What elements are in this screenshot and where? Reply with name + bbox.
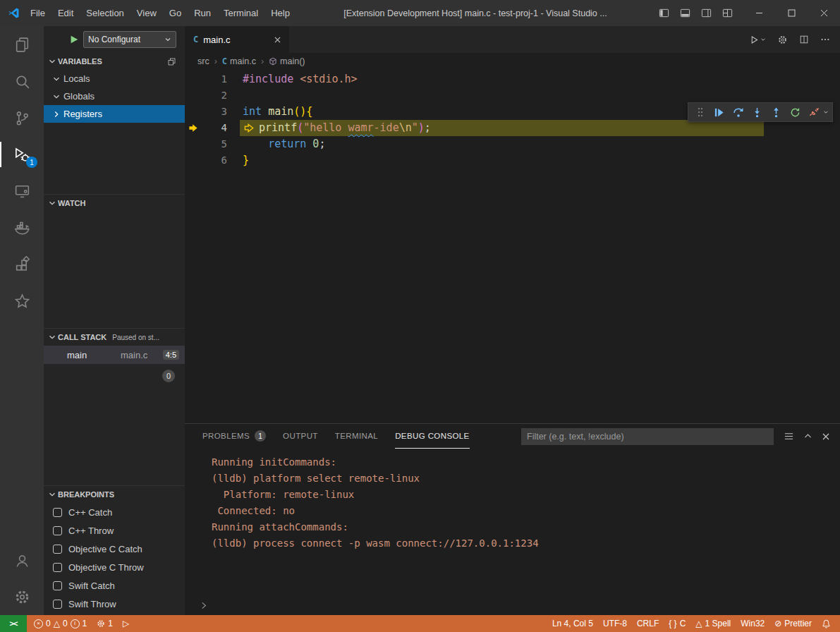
code-editor[interactable]: 1#include <stdio.h>23int main(){4printf(… — [185, 70, 840, 423]
split-editor-icon[interactable] — [799, 35, 809, 44]
call-stack-section-header[interactable]: CALL STACK Paused on st... — [44, 329, 185, 346]
current-line-gutter-arrow-icon[interactable] — [185, 123, 202, 133]
breakpoint-item-swift-throw[interactable]: Swift Throw — [44, 595, 185, 613]
debug-config-dropdown[interactable]: No Configurat — [83, 31, 176, 48]
copy-value-icon[interactable] — [167, 57, 176, 66]
status-spell-checker[interactable]: △1 Spell — [690, 615, 736, 632]
chevron-down-icon — [47, 56, 58, 66]
status-eol[interactable]: CRLF — [632, 615, 664, 632]
restart-icon[interactable] — [786, 103, 805, 121]
activity-run-and-debug-icon[interactable]: 1 — [0, 136, 44, 173]
menu-edit[interactable]: Edit — [51, 0, 80, 26]
code-line-6[interactable]: 6} — [185, 152, 840, 169]
status-platform[interactable]: Win32 — [736, 615, 769, 632]
paused-status: Paused on st... — [112, 334, 159, 341]
status-prettier[interactable]: ⊘Prettier — [769, 615, 817, 632]
gear-icon[interactable] — [777, 35, 788, 45]
status-problems[interactable]: ×0△0i1 — [29, 615, 92, 632]
remote-indicator[interactable]: >< — [0, 615, 27, 632]
status-cursor-position[interactable]: Ln 4, Col 5 — [547, 615, 598, 632]
variables-item-registers[interactable]: Registers — [44, 105, 185, 123]
status-notifications[interactable] — [817, 615, 836, 632]
window-controls — [743, 0, 840, 26]
toggle-sidebar-icon[interactable] — [659, 8, 669, 18]
code-line-5[interactable]: 5 return 0; — [185, 136, 840, 152]
watch-section-header[interactable]: WATCH — [44, 195, 185, 212]
activity-remote-explorer-icon[interactable] — [0, 173, 44, 209]
continue-icon[interactable] — [710, 103, 729, 121]
status-language-mode[interactable]: { }C — [664, 615, 690, 632]
panel-tab-terminal[interactable]: TERMINAL — [335, 424, 378, 449]
maximize-button[interactable] — [775, 0, 808, 26]
breakpoint-item-c-catch[interactable]: C++ Catch — [44, 503, 185, 521]
tab-main-c[interactable]: C main.c — [185, 26, 289, 53]
close-button[interactable] — [808, 0, 840, 26]
status-tasks[interactable]: 1 — [92, 615, 118, 632]
activity-docker-icon[interactable] — [0, 209, 44, 246]
activity-search-icon[interactable] — [0, 63, 44, 99]
breakpoints-section-header[interactable]: BREAKPOINTS — [44, 486, 185, 503]
debug-console-output[interactable]: Running initCommands:(lldb) platform sel… — [185, 449, 840, 596]
breadcrumb-main-c[interactable]: Cmain.c — [222, 56, 256, 66]
activity-source-control-icon[interactable] — [0, 99, 44, 136]
customize-layout-icon[interactable] — [722, 8, 733, 18]
breakpoint-item-objective-c-catch[interactable]: Objective C Catch — [44, 540, 185, 558]
panel-tab-problems[interactable]: PROBLEMS1 — [202, 424, 266, 449]
breakpoint-checkbox[interactable] — [53, 508, 62, 517]
code-token: return — [268, 136, 306, 152]
menu-file[interactable]: File — [24, 0, 51, 26]
status-text: 1 Spell — [705, 619, 731, 628]
breakpoint-item-c-throw[interactable]: C++ Throw — [44, 521, 185, 540]
menu-help[interactable]: Help — [264, 0, 296, 26]
step-over-icon[interactable] — [729, 103, 748, 121]
minimize-button[interactable] — [743, 0, 775, 26]
toggle-secondary-sidebar-icon[interactable] — [701, 8, 712, 18]
toggle-panel-icon[interactable] — [680, 8, 690, 18]
more-actions-icon[interactable] — [820, 35, 830, 44]
breadcrumb-main-symbol[interactable]: main() — [269, 56, 305, 66]
close-panel-icon[interactable] — [822, 432, 830, 441]
step-out-icon[interactable] — [767, 103, 786, 121]
variables-section-header[interactable]: VARIABLES — [44, 53, 185, 70]
variables-item-globals[interactable]: Globals — [44, 87, 185, 105]
breakpoint-checkbox[interactable] — [53, 581, 62, 590]
chevron-down-icon[interactable] — [822, 109, 830, 115]
step-into-icon[interactable] — [748, 103, 767, 121]
breakpoint-label: C++ Catch — [68, 507, 112, 518]
breakpoint-checkbox[interactable] — [53, 563, 62, 572]
breakpoint-item-objective-c-throw[interactable]: Objective C Throw — [44, 558, 185, 576]
toolbar-drag-grip[interactable] — [690, 103, 710, 121]
menu-terminal[interactable]: Terminal — [217, 0, 264, 26]
menu-view[interactable]: View — [130, 0, 163, 26]
accounts-icon[interactable] — [0, 542, 44, 578]
panel-tab-debug-console[interactable]: DEBUG CONSOLE — [395, 424, 470, 449]
disconnect-icon[interactable] — [805, 103, 824, 121]
activity-explorer-icon[interactable] — [0, 26, 44, 63]
breadcrumb-src[interactable]: src — [197, 56, 209, 66]
breakpoint-item-swift-catch[interactable]: Swift Catch — [44, 576, 185, 595]
activity-extensions-icon[interactable] — [0, 246, 44, 283]
output-lines-icon[interactable] — [784, 431, 794, 442]
status-encoding[interactable]: UTF-8 — [598, 615, 632, 632]
code-line-2[interactable]: 2 — [185, 87, 840, 104]
menu-run[interactable]: Run — [188, 0, 217, 26]
debug-console-input[interactable] — [185, 596, 840, 615]
panel-tab-output[interactable]: OUTPUT — [283, 424, 318, 449]
settings-gear-icon[interactable] — [0, 578, 44, 615]
breakpoint-checkbox[interactable] — [53, 545, 62, 554]
tab-close-icon[interactable] — [274, 37, 281, 43]
breakpoint-checkbox[interactable] — [53, 526, 62, 535]
code-line-1[interactable]: 1#include <stdio.h> — [185, 71, 840, 87]
code-line-4[interactable]: 4printf("hello wamr-ide\n"); — [185, 120, 840, 136]
run-or-debug-icon[interactable] — [750, 35, 766, 44]
breakpoint-checkbox[interactable] — [53, 600, 62, 609]
activity-favorites-icon[interactable] — [0, 283, 44, 320]
menu-selection[interactable]: Selection — [80, 0, 130, 26]
status-debug-status[interactable]: ▷ — [118, 615, 134, 632]
maximize-panel-icon[interactable] — [803, 432, 812, 441]
console-filter-input[interactable] — [521, 428, 774, 445]
call-stack-frame[interactable]: main main.c 4:5 — [44, 346, 185, 364]
menu-go[interactable]: Go — [163, 0, 188, 26]
start-debugging-icon[interactable] — [69, 35, 79, 44]
variables-item-locals[interactable]: Locals — [44, 70, 185, 87]
